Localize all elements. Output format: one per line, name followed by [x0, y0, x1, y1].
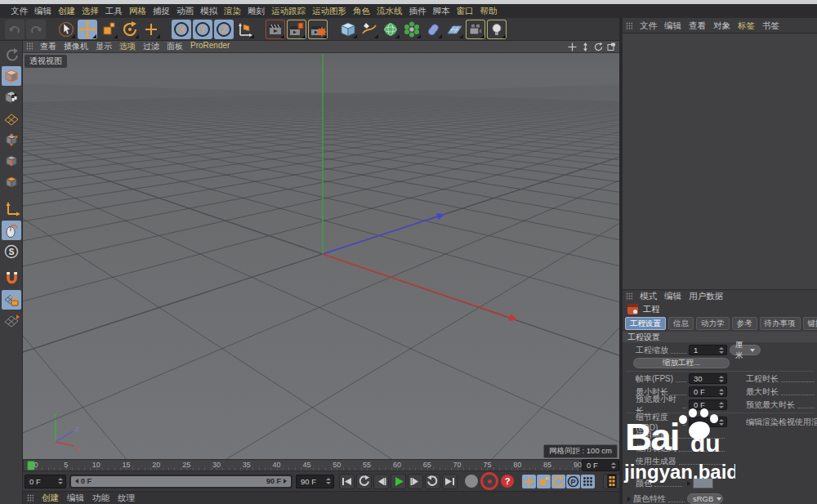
menu-item-17[interactable]: 窗口 [457, 6, 474, 17]
x-axis-lock-icon[interactable]: X [172, 20, 191, 39]
lod-dropdown[interactable] [689, 417, 727, 427]
move-icon[interactable] [78, 20, 97, 39]
object-manager-menu-item-2[interactable]: 查看 [689, 20, 706, 32]
spline-pen-icon[interactable] [359, 20, 379, 39]
prev-key-icon[interactable] [356, 474, 372, 489]
key-pla-icon[interactable] [581, 475, 595, 488]
menu-item-14[interactable]: 流水线 [377, 6, 403, 17]
lock-workplane-icon[interactable] [2, 290, 21, 310]
deformers-icon[interactable] [423, 20, 443, 39]
keyframe-help-icon[interactable]: ? [501, 475, 514, 488]
autokey-icon[interactable] [480, 472, 498, 490]
cube-primitive-icon[interactable] [338, 20, 358, 39]
enable-snap-icon[interactable]: S [2, 242, 21, 261]
play-icon[interactable] [391, 474, 406, 489]
frame-range-scrubber[interactable]: 0 F 90 F [69, 475, 292, 488]
key-scale-icon[interactable] [537, 475, 551, 488]
menu-item-9[interactable]: 渲染 [224, 6, 241, 17]
drag-grip-icon[interactable] [626, 22, 632, 30]
fps-input[interactable]: 30 [689, 373, 727, 384]
attribute-object-row[interactable]: 工程 [623, 302, 817, 316]
current-frame-box[interactable]: 0 F [582, 459, 619, 471]
view-label[interactable]: 透视视图 [25, 55, 67, 68]
object-manager-menu-item-4[interactable]: 标签 [738, 20, 755, 32]
menu-item-16[interactable]: 脚本 [433, 6, 450, 17]
make-editable-icon[interactable] [2, 45, 21, 65]
coordinate-system-icon[interactable] [235, 20, 255, 39]
rotate-icon[interactable] [120, 20, 140, 39]
expand-icon[interactable] [687, 481, 690, 486]
toggle-view-icon[interactable] [606, 42, 616, 51]
object-manager-menu-item-5[interactable]: 书签 [762, 20, 779, 32]
viewport-menu-item-5[interactable]: 面板 [167, 41, 183, 52]
viewport-menu-item-2[interactable]: 显示 [96, 41, 112, 52]
object-manager-menu-item-1[interactable]: 编辑 [664, 20, 681, 32]
menu-item-18[interactable]: 帮助 [480, 6, 498, 17]
render-view-icon[interactable] [266, 20, 285, 39]
preview-min-input[interactable]: 0 F [689, 399, 727, 410]
scale-icon[interactable] [99, 20, 118, 39]
y-axis-lock-icon[interactable]: Y [193, 20, 212, 39]
start-frame-field[interactable]: 0 F [25, 475, 66, 488]
material-manager-menu-item-0[interactable]: 创建 [42, 493, 59, 504]
camera-icon[interactable] [466, 20, 485, 39]
quantize-icon[interactable] [2, 269, 21, 288]
menu-item-7[interactable]: 动画 [176, 6, 194, 17]
go-start-icon[interactable] [339, 474, 355, 489]
points-mode-icon[interactable] [2, 130, 21, 149]
edges-mode-icon[interactable] [2, 151, 21, 171]
render-settings-icon[interactable] [308, 20, 328, 39]
menu-item-3[interactable]: 选择 [82, 6, 99, 17]
orbit-icon[interactable] [593, 42, 603, 51]
menu-item-2[interactable]: 创建 [58, 6, 75, 17]
next-key-icon[interactable] [425, 474, 440, 489]
menu-item-4[interactable]: 工具 [105, 6, 123, 17]
enable-axis-icon[interactable] [2, 199, 21, 219]
key-rotation-icon[interactable] [551, 475, 565, 488]
menu-item-11[interactable]: 运动跟踪 [271, 6, 306, 17]
menu-item-15[interactable]: 插件 [409, 6, 426, 17]
viewport-menu-item-3[interactable]: 选项 [119, 41, 136, 52]
expand-icon[interactable] [627, 497, 631, 502]
key-parameter-icon[interactable]: P [566, 475, 580, 488]
material-manager-menu-item-1[interactable]: 编辑 [67, 493, 84, 504]
viewport-solo-icon[interactable] [2, 221, 21, 240]
tab-2[interactable]: 动力学 [696, 317, 730, 330]
pan-icon[interactable] [567, 42, 577, 51]
attribute-manager-menu-item-1[interactable]: 编辑 [664, 291, 681, 302]
generators-icon[interactable] [402, 20, 422, 39]
viewport-menu-item-0[interactable]: 查看 [40, 41, 56, 52]
object-manager-menu-item-3[interactable]: 对象 [713, 20, 730, 32]
menu-item-6[interactable]: 捕捉 [153, 6, 170, 17]
prev-frame-icon[interactable] [373, 474, 389, 489]
record-icon[interactable] [465, 475, 478, 488]
menu-item-10[interactable]: 雕刻 [248, 6, 265, 17]
menu-item-1[interactable]: 编辑 [34, 6, 51, 17]
undo-icon[interactable] [5, 20, 25, 39]
light-icon[interactable] [487, 20, 507, 39]
material-manager-menu-item-3[interactable]: 纹理 [118, 493, 135, 504]
drag-grip-icon[interactable] [27, 494, 33, 502]
tab-5[interactable]: 键插值 [803, 317, 817, 330]
end-frame-field[interactable]: 90 F [296, 475, 334, 488]
scale-project-button[interactable]: 缩放工程... [633, 358, 730, 368]
tab-3[interactable]: 参考 [732, 317, 757, 330]
material-manager-menu-item-2[interactable]: 功能 [92, 493, 109, 504]
object-manager-menu-item-0[interactable]: 文件 [640, 20, 657, 32]
workplane-mode-icon[interactable] [2, 109, 21, 128]
next-frame-icon[interactable] [408, 474, 423, 489]
attribute-manager-menu-item-2[interactable]: 用户数据 [689, 291, 723, 302]
project-scale-input[interactable]: 1 [689, 345, 727, 355]
viewport-menu-item-4[interactable]: 过滤 [143, 41, 159, 52]
drag-grip-icon[interactable] [26, 42, 33, 51]
subdivision-surface-icon[interactable] [381, 20, 400, 39]
last-tool-icon[interactable] [141, 20, 161, 39]
attribute-manager-menu-item-0[interactable]: 模式 [640, 291, 657, 302]
workplane-icon[interactable] [2, 311, 21, 331]
zoom-icon[interactable] [580, 42, 590, 51]
tab-4[interactable]: 待办事项 [760, 317, 801, 330]
color-swatch[interactable] [693, 478, 713, 488]
tab-1[interactable]: 信息 [668, 317, 694, 330]
section-header[interactable]: 工程设置 [623, 332, 817, 342]
model-mode-icon[interactable] [2, 66, 21, 86]
